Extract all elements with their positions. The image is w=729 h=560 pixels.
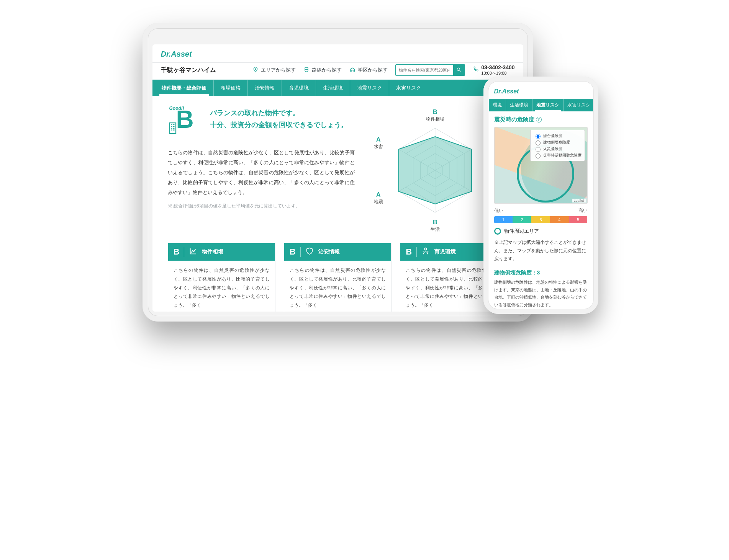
svg-point-2 xyxy=(457,68,460,70)
summary-footnote: ※ 総合評価は6項目の値を足した平均値を元に算出しています。 xyxy=(168,203,355,209)
card-title: 育児環境 xyxy=(434,248,456,255)
card-title: 物件相場 xyxy=(202,248,223,255)
link-label: エリアから探す xyxy=(261,67,296,73)
search-by-school-link[interactable]: 学区から探す xyxy=(349,67,388,74)
card-grade: B xyxy=(290,247,301,257)
card-head: B治安情報 xyxy=(284,243,391,261)
phone-tab-0[interactable]: 環境 xyxy=(489,99,506,111)
contact-phone: 03-3402-3400 10:00〜19:00 xyxy=(473,64,514,76)
chart-icon xyxy=(189,247,197,257)
phone-frame: Dr.Asset 環境生活環境地震リスク水害リスク 震災時の危険度 ? 総合危険… xyxy=(483,77,598,314)
tab-6[interactable]: 水害リスク xyxy=(389,80,428,96)
link-label: 学区から探す xyxy=(358,67,388,73)
pin-icon xyxy=(252,67,259,74)
map-layer-control: 総合危険度 建物倒壊危険度 火災危険度 災害時活動困難危険度 xyxy=(530,130,585,161)
laptop-screen: Dr.Asset 千駄ヶ谷マンハイム エリアから探す 路線から探す xyxy=(152,44,523,312)
search-by-area-link[interactable]: エリアから探す xyxy=(252,67,296,74)
risk-subheading: 建物倒壊危険度：3 xyxy=(494,269,588,276)
train-icon xyxy=(303,67,310,74)
child-icon xyxy=(421,247,430,257)
grade-badge: Good!! B xyxy=(168,107,202,138)
scale-step-1: 1 xyxy=(494,216,513,223)
brand-logo: Dr.Asset xyxy=(152,44,523,62)
tab-0[interactable]: 物件概要・総合評価 xyxy=(155,80,214,96)
scale-high: 高い xyxy=(578,207,588,214)
cards-row: B物件相場こちらの物件は、自然災害の危険性が少なく、区として発展性があり、比較的… xyxy=(152,243,523,312)
map-note: ※上記マップは拡大縮小することができません。また、マップを動かした際に元の位置に… xyxy=(494,238,588,263)
grade-headline: バランスの取れた物件です。 十分、投資分の金額を回収できるでしょう。 xyxy=(210,107,348,131)
svg-rect-3 xyxy=(169,123,175,134)
building-icon xyxy=(168,122,179,136)
radar-axis-4: A地震 xyxy=(367,191,390,205)
scale-step-3: 3 xyxy=(531,216,550,223)
map-option-3[interactable]: 災害時活動困難危険度 xyxy=(534,152,582,158)
radar-axis-3: B生活 xyxy=(424,219,447,232)
scale-step-4: 4 xyxy=(550,216,569,223)
search-input[interactable] xyxy=(396,65,453,75)
hazard-map[interactable]: 総合危険度 建物倒壊危険度 火災危険度 災害時活動困難危険度 Leaflet xyxy=(494,127,588,204)
summary-section: Good!! B バランスの取れた物件です。 十分、投資分の金額を回収できるでし… xyxy=(152,96,523,243)
scale-low: 低い xyxy=(494,207,503,214)
radar-axis-0: B物件相場 xyxy=(424,108,447,122)
school-icon xyxy=(349,67,355,74)
tab-4[interactable]: 生活環境 xyxy=(316,80,350,96)
phone-brand-logo: Dr.Asset xyxy=(489,82,593,99)
card-grade: B xyxy=(406,247,417,257)
card-head: B物件相場 xyxy=(168,243,275,261)
map-option-1[interactable]: 建物倒壊危険度 xyxy=(534,139,582,145)
card-body: こちらの物件は、自然災害の危険性が少なく、区として発展性があり、比較的子育てしや… xyxy=(168,261,275,312)
danger-scale: 12345 xyxy=(494,216,588,223)
map-option-2[interactable]: 火災危険度 xyxy=(534,145,582,152)
top-bar: 千駄ヶ谷マンハイム エリアから探す 路線から探す xyxy=(152,62,523,80)
help-icon[interactable]: ? xyxy=(536,117,542,122)
phone-icon xyxy=(473,66,479,73)
property-name: 千駄ヶ谷マンハイム xyxy=(161,66,216,74)
phone-tab-1[interactable]: 生活環境 xyxy=(506,99,532,111)
radar-axis-5: A水害 xyxy=(367,136,390,150)
phone-heading-text: 震災時の危険度 xyxy=(494,116,534,123)
area-legend-label: 物件周辺エリア xyxy=(504,228,539,235)
phone-heading: 震災時の危険度 ? xyxy=(494,116,588,123)
phone-tab-3[interactable]: 水害リスク xyxy=(564,99,593,111)
good-label: Good!! xyxy=(169,106,184,111)
phone-tab-bar: 環境生活環境地震リスク水害リスク xyxy=(489,99,593,111)
tab-3[interactable]: 育児環境 xyxy=(282,80,316,96)
area-legend: 物件周辺エリア xyxy=(494,228,588,235)
scale-step-2: 2 xyxy=(513,216,531,223)
search-icon xyxy=(456,67,462,73)
scale-step-5: 5 xyxy=(569,216,588,223)
phone-tab-2[interactable]: 地震リスク xyxy=(532,99,564,111)
search-button[interactable] xyxy=(453,65,465,75)
card-title: 治安情報 xyxy=(318,248,340,255)
scale-labels: 低い 高い xyxy=(494,207,588,214)
shield-icon xyxy=(305,247,314,257)
phone-number: 03-3402-3400 xyxy=(481,64,514,71)
phone-hours: 10:00〜19:00 xyxy=(481,71,514,76)
tab-2[interactable]: 治安情報 xyxy=(248,80,282,96)
svg-point-16 xyxy=(424,248,427,250)
map-option-0[interactable]: 総合危険度 xyxy=(534,132,582,139)
card-grade: B xyxy=(174,247,185,257)
tab-5[interactable]: 地震リスク xyxy=(350,80,389,96)
phone-screen: Dr.Asset 環境生活環境地震リスク水害リスク 震災時の危険度 ? 総合危険… xyxy=(489,82,593,309)
link-label: 路線から探す xyxy=(312,67,342,73)
risk-body: 建物倒壊の危険性は、地盤の特性による影響を受けます。東京の地盤は、山地・丘陵地、… xyxy=(494,279,588,309)
svg-point-0 xyxy=(255,68,256,69)
svg-marker-15 xyxy=(398,137,472,204)
laptop-frame: Dr.Asset 千駄ヶ谷マンハイム エリアから探す 路線から探す xyxy=(143,23,533,322)
search-box xyxy=(395,64,465,76)
summary-description: こちらの物件は、自然災害の危険性が少なく、区として発展性があり、比較的子育てしや… xyxy=(168,148,355,198)
info-card-0: B物件相場こちらの物件は、自然災害の危険性が少なく、区として発展性があり、比較的… xyxy=(168,243,275,312)
card-body: こちらの物件は、自然災害の危険性が少なく、区として発展性があり、比較的子育てしや… xyxy=(284,261,391,312)
circle-icon xyxy=(494,228,501,235)
search-by-line-link[interactable]: 路線から探す xyxy=(303,67,342,74)
tab-bar: 物件概要・総合評価相場価格治安情報育児環境生活環境地震リスク水害リスク xyxy=(152,80,523,96)
tab-1[interactable]: 相場価格 xyxy=(214,80,248,96)
map-attribution: Leaflet xyxy=(572,199,585,202)
info-card-1: B治安情報こちらの物件は、自然災害の危険性が少なく、区として発展性があり、比較的… xyxy=(284,243,392,312)
